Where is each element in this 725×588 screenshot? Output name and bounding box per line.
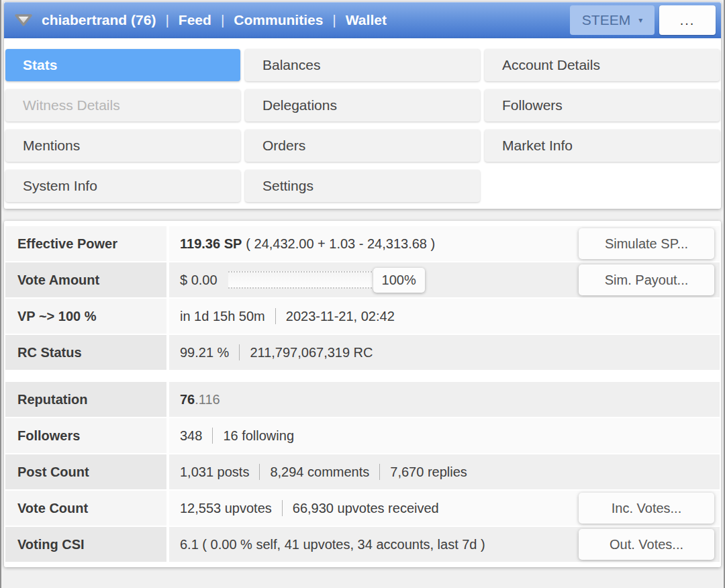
tab-system-info[interactable]: System Info <box>5 170 240 202</box>
followers-count: 348 <box>180 428 202 444</box>
row-label: RC Status <box>5 335 166 370</box>
row-label: Reputation <box>5 382 166 417</box>
replies-count: 7,670 replies <box>390 464 467 480</box>
stats-card: Effective Power 119.36 SP ( 24,432.00 + … <box>4 221 721 567</box>
voting-csi-value: 6.1 ( 0.00 % self, 41 upvotes, 34 accoun… <box>180 537 485 552</box>
tab-witness-details[interactable]: Witness Details <box>5 89 240 121</box>
tab-grid: Stats Balances Account Details Witness D… <box>4 38 721 209</box>
rc-amount: 211,797,067,319 RC <box>250 345 373 360</box>
tab-stats[interactable]: Stats <box>5 49 240 81</box>
value-divider <box>275 308 276 324</box>
sim-payout-button[interactable]: Sim. Payout... <box>579 264 714 295</box>
vp-recharge-duration: in 1d 15h 50m <box>180 309 265 324</box>
table-row-followers: Followers 348 16 following <box>5 418 720 453</box>
reputation-decimals: .116 <box>195 392 220 407</box>
steemworld-page: chiabertrand (76) | Feed | Communities |… <box>4 0 721 567</box>
table-row-vp-recharge: VP ~> 100 % in 1d 15h 50m 2023-11-21, 02… <box>5 299 720 334</box>
currency-dropdown[interactable]: STEEM ▾ <box>570 5 655 35</box>
rc-percent: 99.21 % <box>180 345 229 360</box>
nav-communities[interactable]: Communities <box>234 12 323 28</box>
table-row-vote-count: Vote Count 12,553 upvotes 66,930 upvotes… <box>5 491 720 526</box>
value-divider <box>259 464 260 480</box>
posts-count: 1,031 posts <box>180 464 249 480</box>
table-row-vote-amount: Vote Amount $ 0.00 100% Sim. Payout... <box>5 262 720 297</box>
app-header: chiabertrand (76) | Feed | Communities |… <box>4 2 721 38</box>
tab-followers[interactable]: Followers <box>485 89 720 121</box>
row-value: 76 .116 <box>169 382 720 417</box>
table-row-rc-status: RC Status 99.21 % 211,797,067,319 RC <box>5 335 720 370</box>
row-label: Vote Count <box>5 491 166 526</box>
table-row-effective-power: Effective Power 119.36 SP ( 24,432.00 + … <box>5 226 720 261</box>
comments-count: 8,294 comments <box>270 464 369 480</box>
group-gap <box>5 371 720 382</box>
row-value: 1,031 posts 8,294 comments 7,670 replies <box>169 454 720 489</box>
table-row-reputation: Reputation 76 .116 <box>5 382 720 417</box>
header-separator: | <box>221 12 224 28</box>
value-divider <box>212 428 213 444</box>
top-card: chiabertrand (76) | Feed | Communities |… <box>4 2 721 209</box>
row-label: VP ~> 100 % <box>5 299 166 334</box>
value-divider <box>282 500 283 516</box>
upvotes-given: 12,553 upvotes <box>180 501 272 516</box>
row-label: Followers <box>5 418 166 453</box>
table-row-voting-csi: Voting CSI 6.1 ( 0.00 % self, 41 upvotes… <box>5 527 720 562</box>
window-edge-left <box>0 0 1 588</box>
tab-settings[interactable]: Settings <box>245 170 480 202</box>
effective-power-value: 119.36 SP <box>180 236 242 252</box>
simulate-sp-button[interactable]: Simulate SP... <box>579 228 714 259</box>
tab-mentions[interactable]: Mentions <box>5 130 240 162</box>
reputation-integer: 76 <box>180 392 195 407</box>
tab-orders[interactable]: Orders <box>245 130 480 162</box>
row-value: 99.21 % 211,797,067,319 RC <box>169 335 720 370</box>
row-value: in 1d 15h 50m 2023-11-21, 02:42 <box>169 299 720 334</box>
more-menu-button[interactable]: ... <box>659 5 716 35</box>
following-count: 16 following <box>223 428 294 444</box>
vote-weight-slider: 100% <box>228 268 425 293</box>
header-separator: | <box>165 12 168 28</box>
value-divider <box>239 344 240 360</box>
steemworld-logo-icon[interactable] <box>13 13 34 28</box>
header-title: chiabertrand (76) | Feed | Communities |… <box>42 12 387 28</box>
effective-power-breakdown: ( 24,432.00 + 1.03 - 24,313.68 ) <box>246 236 435 252</box>
row-label: Vote Amount <box>5 262 166 297</box>
incoming-votes-button[interactable]: Inc. Votes... <box>579 493 714 524</box>
vp-recharge-datetime: 2023-11-21, 02:42 <box>286 309 395 324</box>
tab-account-details[interactable]: Account Details <box>485 49 720 81</box>
tab-delegations[interactable]: Delegations <box>245 89 480 121</box>
table-row-post-count: Post Count 1,031 posts 8,294 comments 7,… <box>5 454 720 489</box>
tab-balances[interactable]: Balances <box>245 49 480 81</box>
vote-weight-slider-track[interactable] <box>228 271 377 289</box>
vote-amount-value: $ 0.00 <box>180 273 218 288</box>
row-label: Voting CSI <box>5 527 166 562</box>
nav-feed[interactable]: Feed <box>179 12 211 28</box>
vote-weight-percent-handle[interactable]: 100% <box>373 268 425 293</box>
outgoing-votes-button[interactable]: Out. Votes... <box>579 529 714 560</box>
nav-wallet[interactable]: Wallet <box>346 12 387 28</box>
row-value: 348 16 following <box>169 418 720 453</box>
row-label: Effective Power <box>5 226 166 261</box>
currency-dropdown-label: STEEM <box>582 12 630 28</box>
value-divider <box>379 464 380 480</box>
upvotes-received: 66,930 upvotes received <box>293 501 439 516</box>
tab-market-info[interactable]: Market Info <box>485 130 720 162</box>
header-separator: | <box>332 12 336 28</box>
account-name[interactable]: chiabertrand (76) <box>42 12 156 28</box>
chevron-down-icon: ▾ <box>638 15 642 25</box>
row-label: Post Count <box>5 454 166 489</box>
